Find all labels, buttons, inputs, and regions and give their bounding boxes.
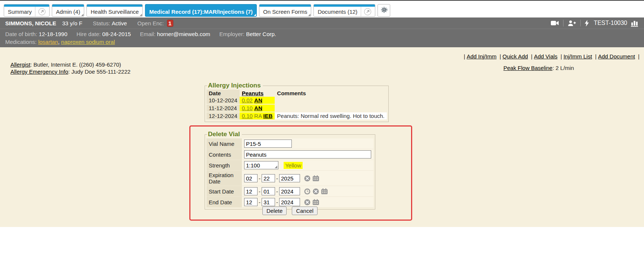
delete-vial-title: Delete Vial [207, 131, 242, 138]
clock-icon[interactable] [304, 188, 310, 195]
form-row-vial-name: Vial Name [206, 138, 373, 149]
patient-name: SIMMONS, NICOLE [5, 20, 56, 26]
reaction-code-link[interactable]: AN [254, 105, 262, 111]
strength-color-note: Yellow [284, 162, 303, 169]
delete-button[interactable]: Delete [262, 207, 287, 215]
clear-date-icon[interactable] [304, 175, 310, 182]
expiration-month-input[interactable] [244, 174, 258, 182]
strength-input-wrap [244, 161, 278, 169]
add-document-link[interactable]: Add Document [598, 53, 635, 60]
demographics-line-1: Date of birth: 12-18-1990 Hire date: 08-… [5, 30, 639, 38]
add-user-icon[interactable] [568, 20, 576, 26]
dose-link[interactable]: 0.10 [242, 105, 253, 111]
contents-input[interactable] [244, 150, 371, 159]
separator: : [552, 65, 555, 71]
clear-date-icon[interactable] [304, 199, 310, 205]
tab-admin-label: Admin (4) [56, 9, 80, 15]
reaction-code-link[interactable]: AN [254, 97, 262, 103]
tab-summary[interactable]: Summary [4, 4, 50, 17]
start-day-input[interactable] [262, 187, 275, 195]
popout-icon[interactable] [38, 8, 45, 15]
tab-documents[interactable]: Documents (12) [313, 4, 375, 17]
tab-on-screen-forms[interactable]: On Screen Forms [259, 4, 311, 17]
divider [563, 20, 564, 26]
tab-medical-record[interactable]: Medical Record (17):MAR/Injections (7) [145, 4, 257, 17]
status-label: Status: [93, 20, 110, 26]
settings-button[interactable] [378, 4, 390, 17]
separator: | [595, 53, 597, 60]
injection-comment [275, 97, 386, 104]
open-enc-label: Open Enc: [138, 20, 164, 26]
video-camera-icon[interactable] [551, 20, 559, 26]
allergy-emergency-link[interactable]: Allergy Emergency Info [10, 68, 68, 75]
end-day-input[interactable] [262, 198, 275, 206]
dose-link[interactable]: 0.02 [242, 97, 253, 103]
peak-flow-link[interactable]: Peak Flow Baseline [503, 65, 553, 71]
open-enc-badge[interactable]: 1 [167, 20, 173, 27]
date-separator: - [276, 199, 278, 205]
allergy-injections-title: Allergy Injections [207, 82, 263, 89]
email-value: horner@mieweb.com [157, 31, 210, 37]
end-date-label: End Date [206, 197, 242, 208]
cancel-button[interactable]: Cancel [292, 207, 318, 215]
date-separator: - [259, 175, 261, 182]
medication-link-naproxen[interactable]: naproxen sodium oral [61, 39, 115, 45]
medication-separator: , [58, 39, 61, 45]
expiration-year-input[interactable] [279, 174, 300, 182]
patient-header-bar: SIMMONS, NICOLE 33 y/o F Status: Active … [0, 17, 644, 29]
col-header-date: Date [206, 90, 240, 97]
date-separator: - [259, 199, 261, 205]
delete-vial-buttons: Delete Cancel [205, 207, 375, 215]
separator: : [30, 61, 33, 68]
injection-date: 12-12-2024 [206, 112, 240, 120]
status-value: Active [112, 20, 127, 26]
vial-name-input[interactable] [244, 140, 292, 148]
delete-vial-panel: Delete Vial Vial Name Contents Strength … [205, 131, 375, 209]
end-year-input[interactable] [279, 198, 300, 206]
allergy-info-block: Allergist: Butler, Internist E. ((260) 4… [10, 61, 130, 75]
hire-date-label: Hire date: [76, 31, 101, 37]
allergist-line: Allergist: Butler, Internist E. ((260) 4… [10, 61, 130, 68]
end-date-group: - - [244, 198, 371, 206]
strength-input[interactable] [244, 161, 278, 169]
tab-medical-record-label: Medical Record (17):MAR/Injections (7) [149, 9, 253, 15]
strength-label: Strength [206, 160, 242, 171]
end-month-input[interactable] [244, 198, 258, 206]
reaction-code-link[interactable]: IEB [263, 113, 272, 119]
delete-vial-form: Vial Name Contents Strength Yellow Expir… [206, 138, 373, 208]
dose-link[interactable]: 0.10 [242, 113, 253, 119]
col-header-comments: Comments [275, 90, 386, 97]
lightning-icon[interactable] [585, 20, 589, 27]
allergy-emergency-value: Judy Doe 555-111-2222 [71, 68, 130, 75]
date-separator: - [276, 175, 278, 182]
popout-icon[interactable] [364, 8, 371, 15]
patient-age-sex: 33 y/o F [62, 20, 82, 26]
quick-add-link[interactable]: Quick Add [502, 53, 528, 60]
form-row-start-date: Start Date - - [206, 186, 373, 197]
calendar-icon[interactable] [321, 188, 328, 194]
tab-admin[interactable]: Admin (4) [52, 4, 84, 17]
form-row-strength: Strength Yellow [206, 160, 373, 171]
inj-imm-list-link[interactable]: Inj/Imm List [564, 53, 592, 60]
reaction-code[interactable]: RA [254, 113, 262, 119]
expiration-day-input[interactable] [262, 174, 275, 182]
injection-comment: Peanuts: Normal red swelling. Hot to tou… [275, 112, 386, 120]
start-month-input[interactable] [244, 187, 258, 195]
calendar-icon[interactable] [313, 175, 319, 181]
tab-health-surveillance[interactable]: Health Surveillance [86, 4, 143, 17]
add-inj-imm-link[interactable]: Add Inj/Imm [467, 53, 496, 60]
start-date-label: Start Date [206, 186, 242, 197]
separator: | [531, 53, 533, 60]
allergist-link[interactable]: Allergist [10, 61, 30, 68]
calendar-icon[interactable] [313, 199, 319, 205]
tab-health-surveillance-label: Health Surveillance [91, 9, 139, 15]
add-vials-link[interactable]: Add Vials [534, 53, 558, 60]
injection-date: 11-12-2024 [206, 104, 240, 112]
bar-chart-icon[interactable] [631, 20, 639, 27]
main-content: |Add Inj/Imm |Quick Add |Add Vials |Inj/… [0, 47, 644, 227]
form-row-expiration-date: Expiration Date - - [206, 171, 373, 186]
medication-link-losartan[interactable]: losartan [38, 39, 58, 45]
clear-date-icon[interactable] [313, 188, 319, 195]
start-year-input[interactable] [279, 187, 300, 195]
col-header-peanuts-link[interactable]: Peanuts [242, 90, 263, 96]
